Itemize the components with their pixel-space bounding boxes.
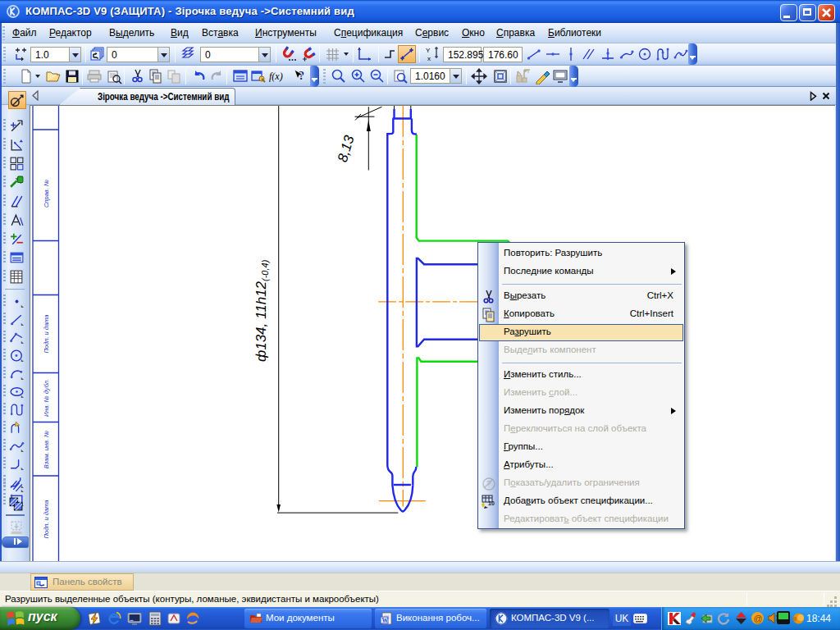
svg-text:Подп. и дата: Подп. и дата: [43, 500, 50, 539]
svg-text:ф134, 11h12(-0,4): ф134, 11h12(-0,4): [253, 259, 270, 362]
svg-text:8,13: 8,13: [335, 133, 358, 164]
svg-text:W: W: [382, 617, 389, 624]
svg-text:Подп. и дата: Подп. и дата: [43, 315, 50, 354]
svg-text:Взам. инв. №: Взам. инв. №: [43, 431, 50, 468]
svg-text:Справ. №: Справ. №: [43, 180, 50, 208]
svg-text:@: @: [754, 614, 763, 623]
svg-text:Y: Y: [426, 47, 431, 54]
svg-text:x: x: [427, 55, 431, 62]
svg-text:?: ?: [299, 70, 304, 82]
svg-text:f(x): f(x): [269, 71, 283, 82]
svg-text:Инв. № дубл.: Инв. № дубл.: [43, 379, 50, 417]
